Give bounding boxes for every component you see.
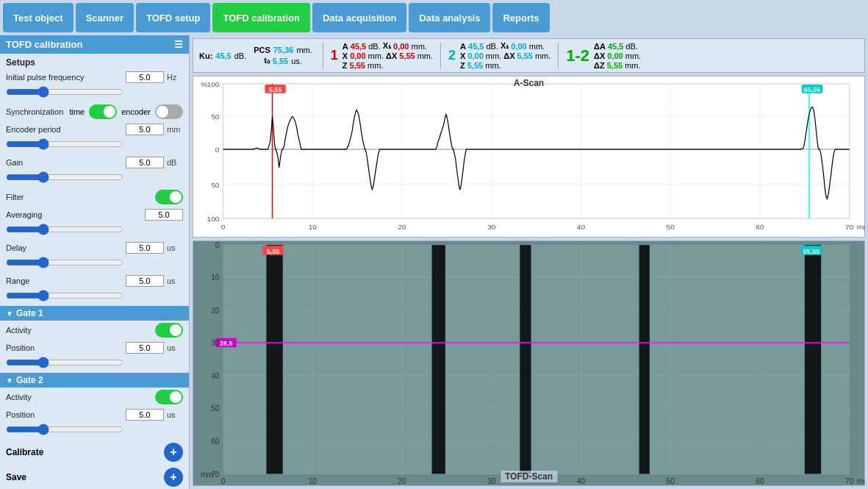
ch1-dx-label: ΔX	[386, 51, 397, 60]
gain-slider-row	[0, 171, 189, 188]
gate1-arrow-icon: ▼	[6, 310, 13, 318]
svg-text:5,55: 5,55	[267, 248, 280, 255]
delay-input[interactable]	[126, 242, 164, 254]
ch1-z-unit: mm.	[367, 61, 383, 70]
ch1-z-val: 5,55	[350, 61, 365, 70]
filter-label: Filter	[6, 193, 152, 201]
meas-divider-1	[323, 43, 323, 69]
nav-data-acquisition[interactable]: Data acquisition	[312, 3, 406, 32]
nav-test-object[interactable]: Test object	[3, 3, 73, 32]
nav-scanner[interactable]: Scanner	[76, 3, 134, 32]
filter-toggle[interactable]	[155, 190, 183, 204]
initial-pulse-freq-input[interactable]	[126, 71, 164, 83]
sync-time-label: time	[69, 107, 85, 116]
svg-text:20: 20	[398, 477, 406, 485]
ch1-a-label: A	[342, 42, 348, 51]
menu-icon[interactable]: ☰	[174, 39, 183, 50]
ch1-num: 1	[331, 48, 338, 63]
nav-tofd-calibration[interactable]: TOFD calibration	[212, 3, 310, 32]
gain-slider[interactable]	[6, 171, 123, 183]
svg-text:50: 50	[667, 223, 675, 231]
initial-pulse-freq-row: Initial pulse frequency Hz	[0, 69, 189, 85]
svg-text:%: %	[201, 80, 207, 88]
svg-text:0: 0	[215, 241, 220, 249]
diff-dz-unit: mm.	[625, 61, 640, 70]
svg-text:mm: mm	[857, 477, 864, 485]
svg-text:30: 30	[487, 223, 496, 231]
top-nav: Test object Scanner TOFD setup TOFD cali…	[0, 0, 868, 35]
diff-da-val: 45,5	[608, 42, 623, 51]
svg-rect-53	[432, 245, 445, 474]
gate1-position-input[interactable]	[126, 342, 164, 354]
encoder-period-slider[interactable]	[6, 138, 123, 150]
ch2-x-unit: mm.	[486, 51, 501, 60]
delay-slider-row	[0, 256, 189, 273]
averaging-input[interactable]	[145, 209, 183, 221]
gain-label: Gain	[6, 158, 123, 167]
gate2-position-unit: us	[167, 410, 183, 419]
sync-encoder-label: encoder	[121, 107, 151, 116]
ch1-z-label: Z	[342, 61, 348, 70]
ch2-num: 2	[448, 48, 456, 63]
initial-pulse-freq-label: Initial pulse frequency	[6, 73, 123, 82]
ch1-x-label: X	[342, 51, 348, 60]
svg-text:60: 60	[756, 477, 764, 485]
initial-pulse-slider[interactable]	[6, 86, 123, 98]
main-area: TOFD calibration ☰ Setups Initial pulse …	[0, 35, 868, 489]
t0-val: 5,55	[273, 57, 288, 65]
pcs-unit: mm.	[296, 46, 312, 54]
encoder-period-label: Encoder period	[6, 125, 123, 134]
svg-text:50: 50	[211, 181, 220, 189]
gate1-activity-toggle[interactable]	[155, 323, 183, 338]
tofd-container: 5,55 65,56 28,5 0 10 20 30 40 50	[193, 240, 865, 486]
range-input[interactable]	[126, 275, 164, 287]
sync-row: Synchronization time encoder	[0, 102, 189, 121]
range-label: Range	[6, 276, 123, 285]
averaging-slider[interactable]	[6, 224, 123, 235]
gate1-slider-row	[0, 356, 189, 373]
gain-row: Gain dB	[0, 154, 189, 171]
ascan-title: A-Scan	[514, 78, 544, 88]
gate1-position-row: Position us	[0, 340, 189, 356]
save-button[interactable]: +	[164, 468, 183, 487]
diff-dz-label: ΔZ	[594, 61, 605, 70]
gate2-slider-row	[0, 423, 189, 440]
nav-tofd-setup[interactable]: TOFD setup	[136, 3, 210, 32]
svg-text:30: 30	[487, 477, 496, 485]
svg-text:mm: mm	[857, 223, 864, 231]
ch1-x1-label: X₁	[383, 41, 391, 51]
encoder-period-unit: mm	[167, 125, 183, 134]
charts-area: A-Scan	[193, 76, 865, 486]
pcs-val: 75,36	[273, 46, 294, 54]
calibrate-label: Calibrate	[6, 447, 43, 457]
diff-dx-label: ΔX	[594, 51, 605, 60]
svg-rect-0	[223, 84, 850, 218]
svg-text:70: 70	[845, 223, 854, 231]
ch2-section: A 45,5 dB. X₁ 0,00 mm. X 0,00 mm. ΔX 5,5…	[460, 41, 550, 70]
gate2-position-row: Position us	[0, 407, 189, 423]
gate1-activity-label: Activity	[6, 326, 152, 335]
gate1-position-slider[interactable]	[6, 357, 123, 368]
nav-data-analysis[interactable]: Data analysis	[409, 3, 490, 32]
gate2-activity-toggle[interactable]	[155, 390, 183, 404]
svg-text:70: 70	[845, 477, 854, 485]
encoder-period-input[interactable]	[126, 124, 164, 135]
svg-text:20: 20	[211, 306, 220, 314]
range-slider[interactable]	[6, 290, 123, 301]
ch2-a-unit: dB.	[486, 42, 498, 51]
gate2-position-input[interactable]	[126, 409, 164, 421]
gain-input[interactable]	[126, 157, 164, 168]
sync-encoder-toggle[interactable]	[155, 104, 183, 119]
delay-unit: us	[167, 243, 183, 252]
calibrate-button[interactable]: +	[164, 443, 183, 462]
svg-text:5,55: 5,55	[269, 86, 282, 93]
delay-slider[interactable]	[6, 257, 123, 268]
nav-reports[interactable]: Reports	[492, 3, 549, 32]
filter-row: Filter	[0, 188, 189, 207]
ku-unit: dB.	[234, 51, 247, 60]
meas-divider-3	[558, 43, 559, 69]
sync-time-toggle[interactable]	[89, 104, 117, 119]
gate2-position-slider[interactable]	[6, 424, 123, 435]
diff-section: ΔA 45,5 dB. ΔX 0,00 mm. ΔZ 5,55 mm.	[594, 42, 641, 70]
gate2-activity-row: Activity	[0, 388, 189, 407]
